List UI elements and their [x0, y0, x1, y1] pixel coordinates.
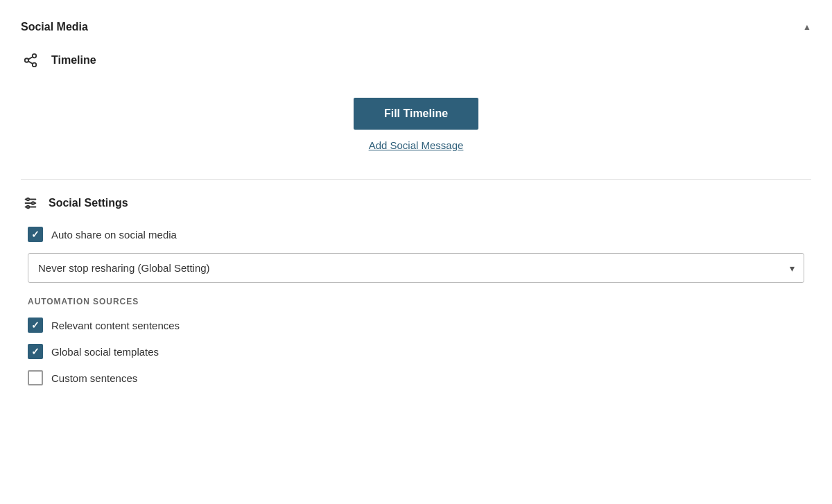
relevant-content-row: ✓ Relevant content sentences	[21, 318, 811, 333]
resharing-select-wrapper: Never stop resharing (Global Setting) St…	[28, 253, 804, 283]
custom-sentences-row: Custom sentences	[21, 370, 811, 385]
auto-share-checkbox[interactable]: ✓	[28, 227, 43, 242]
relevant-content-label: Relevant content sentences	[51, 320, 180, 331]
section-header: Social Media ▲	[21, 14, 811, 44]
social-settings-header: Social Settings	[21, 193, 811, 213]
svg-line-4	[28, 57, 33, 60]
svg-point-9	[32, 202, 35, 205]
checkmark-icon: ✓	[31, 229, 40, 239]
auto-share-row: ✓ Auto share on social media	[21, 227, 811, 242]
global-templates-label: Global social templates	[51, 346, 159, 358]
social-settings-title: Social Settings	[49, 197, 128, 209]
global-templates-row: ✓ Global social templates	[21, 344, 811, 359]
svg-point-10	[27, 206, 30, 209]
section-title: Social Media	[21, 21, 88, 33]
svg-point-8	[27, 198, 30, 201]
checkmark-icon: ✓	[31, 320, 40, 330]
auto-share-label: Auto share on social media	[51, 229, 177, 241]
settings-sliders-icon	[21, 193, 40, 213]
collapse-icon[interactable]: ▲	[803, 22, 811, 32]
svg-line-3	[28, 61, 33, 64]
share-icon	[21, 51, 40, 70]
add-social-message-link[interactable]: Add Social Message	[369, 139, 464, 151]
checkmark-icon: ✓	[31, 347, 40, 356]
automation-sources-section: ✓ Relevant content sentences ✓ Global so…	[21, 318, 811, 385]
timeline-label: Timeline	[51, 54, 96, 67]
automation-sources-label: AUTOMATION SOURCES	[28, 297, 811, 306]
relevant-content-checkbox[interactable]: ✓	[28, 318, 43, 333]
custom-sentences-checkbox[interactable]	[28, 370, 43, 385]
page-container: Social Media ▲ Timeline Fill Timeline Ad…	[0, 0, 832, 504]
global-templates-checkbox[interactable]: ✓	[28, 344, 43, 359]
resharing-select[interactable]: Never stop resharing (Global Setting) St…	[28, 253, 804, 283]
fill-timeline-button[interactable]: Fill Timeline	[354, 98, 478, 130]
section-divider	[21, 179, 811, 180]
timeline-section: Timeline	[21, 44, 811, 84]
timeline-actions: Fill Timeline Add Social Message	[21, 84, 811, 172]
custom-sentences-label: Custom sentences	[51, 372, 137, 384]
